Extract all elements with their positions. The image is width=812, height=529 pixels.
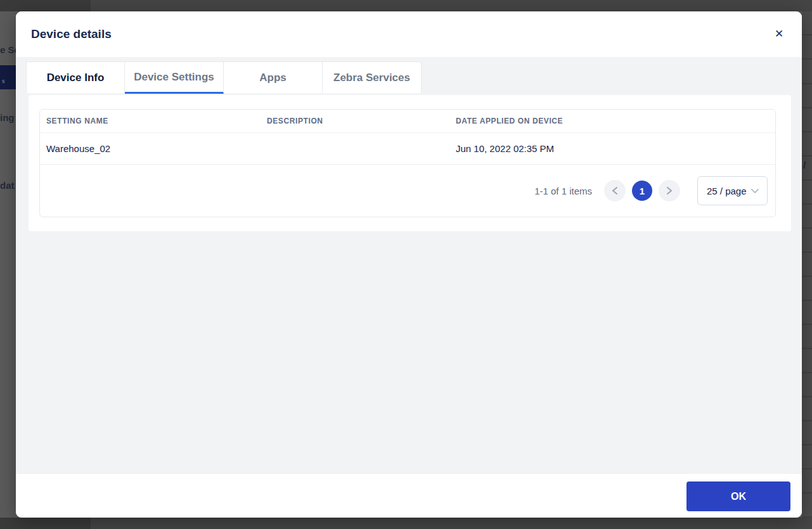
cell-setting-name: Warehouse_02 xyxy=(40,143,261,154)
background-bottom-bar xyxy=(0,518,812,529)
tab-device-settings[interactable]: Device Settings xyxy=(125,61,224,94)
ok-button[interactable]: OK xyxy=(686,481,790,511)
tab-strip: Device Info Device Settings Apps Zebra S… xyxy=(26,61,422,94)
tab-content-card: SETTING NAME DESCRIPTION DATE APPLIED ON… xyxy=(29,95,791,231)
column-header-date-applied: DATE APPLIED ON DEVICE xyxy=(449,117,775,125)
background-text-fragment: e Se xyxy=(0,44,16,55)
background-text-fragment: dat xyxy=(0,180,16,191)
modal-footer: OK xyxy=(16,473,802,518)
chevron-right-icon xyxy=(666,186,673,195)
tab-apps[interactable]: Apps xyxy=(224,61,323,93)
chevron-left-icon xyxy=(612,186,618,195)
previous-page-button[interactable] xyxy=(604,180,626,201)
column-header-setting-name: SETTING NAME xyxy=(40,117,261,125)
table-header-row: SETTING NAME DESCRIPTION DATE APPLIED ON… xyxy=(40,110,775,132)
device-details-modal: Device details ✕ Device Info Device Sett… xyxy=(16,11,802,518)
background-sidebar-selected-item: s xyxy=(0,65,16,89)
next-page-button[interactable] xyxy=(659,180,680,201)
tab-device-info[interactable]: Device Info xyxy=(26,61,125,93)
modal-title: Device details xyxy=(31,11,112,57)
tab-zebra-services[interactable]: Zebra Services xyxy=(323,61,422,93)
modal-header: Device details ✕ xyxy=(16,11,802,57)
column-header-description: DESCRIPTION xyxy=(261,117,449,125)
cell-date-applied: Jun 10, 2022 02:35 PM xyxy=(449,143,775,154)
device-settings-table: SETTING NAME DESCRIPTION DATE APPLIED ON… xyxy=(39,109,776,217)
pagination-summary: 1-1 of 1 items xyxy=(534,186,592,196)
background-text-fragment: ing xyxy=(0,112,16,123)
background-top-bar xyxy=(0,0,812,11)
chevron-down-icon xyxy=(751,188,759,194)
close-icon[interactable]: ✕ xyxy=(770,25,788,43)
page-size-value: 25 / page xyxy=(707,186,747,196)
background-text-fragment: / xyxy=(803,160,806,170)
page-size-select[interactable]: 25 / page xyxy=(697,176,768,205)
background-table-edge xyxy=(802,11,812,518)
pagination-bar: 1-1 of 1 items 1 25 / page xyxy=(40,164,775,217)
table-row[interactable]: Warehouse_02 Jun 10, 2022 02:35 PM xyxy=(40,132,775,164)
page-number-button[interactable]: 1 xyxy=(632,181,652,201)
